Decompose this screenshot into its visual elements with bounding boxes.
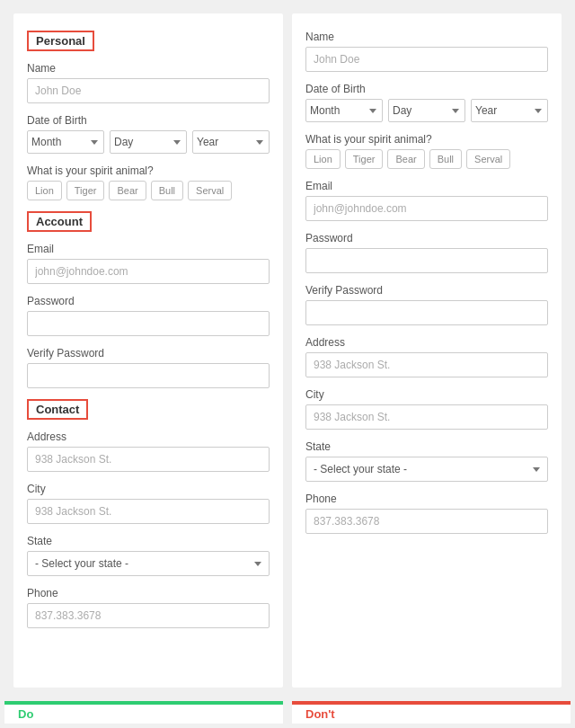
right-city-input[interactable] (305, 404, 548, 430)
right-dob-row: Month Day Year (305, 99, 548, 122)
left-column: Personal Name Date of Birth Month Day (13, 13, 283, 688)
name-input[interactable] (27, 78, 270, 103)
city-input[interactable] (27, 499, 270, 524)
spirit-field-group: What is your spirit animal? Lion Tiger B… (27, 164, 270, 200)
dob-month-select[interactable]: Month (27, 130, 104, 154)
right-dob-day-select[interactable]: Day (388, 99, 465, 122)
verify-password-input[interactable] (27, 363, 270, 388)
right-phone-field-group: Phone (305, 493, 548, 534)
right-spirit-field-group: What is your spirit animal? Lion Tiger B… (305, 133, 548, 169)
right-state-select[interactable]: - Select your state - (305, 457, 548, 482)
address-input[interactable] (27, 447, 270, 472)
phone-field-group: Phone (27, 587, 270, 628)
dob-day-select[interactable]: Day (110, 130, 187, 154)
right-personal-section: Name Date of Birth Month Day Year (305, 31, 548, 169)
spirit-bear[interactable]: Bear (109, 181, 146, 200)
right-verify-password-input[interactable] (305, 300, 548, 325)
right-phone-label: Phone (305, 493, 548, 505)
dob-field-group: Date of Birth Month Day Year (27, 114, 270, 154)
right-verify-password-field-group: Verify Password (305, 284, 548, 325)
phone-label: Phone (27, 587, 270, 599)
state-field-group: State - Select your state - (27, 535, 270, 576)
footer: Do Don't (0, 701, 575, 728)
right-dob-label: Date of Birth (305, 83, 548, 95)
right-phone-input[interactable] (305, 509, 548, 534)
right-name-label: Name (305, 31, 548, 43)
verify-password-field-group: Verify Password (27, 347, 270, 388)
right-address-label: Address (305, 336, 548, 349)
spirit-serval[interactable]: Serval (188, 181, 232, 200)
right-spirit-animals: Lion Tiger Bear Bull Serval (305, 149, 548, 169)
right-state-field-group: State - Select your state - (305, 440, 548, 482)
columns: Personal Name Date of Birth Month Day (0, 0, 575, 701)
right-password-input[interactable] (305, 248, 548, 273)
city-field-group: City (27, 483, 270, 524)
right-email-label: Email (305, 180, 548, 192)
right-dob-year-select[interactable]: Year (471, 99, 548, 122)
right-password-field-group: Password (305, 232, 548, 273)
right-spirit-bear[interactable]: Bear (387, 149, 424, 169)
account-section: Account Email Password Verify Password (27, 211, 270, 388)
page: Personal Name Date of Birth Month Day (0, 0, 575, 728)
right-city-field-group: City (305, 388, 548, 430)
right-name-field-group: Name (305, 31, 548, 72)
do-label: Do (18, 707, 33, 721)
name-field-group: Name (27, 62, 270, 103)
dont-label: Don't (305, 707, 335, 721)
dob-year-select[interactable]: Year (192, 130, 270, 154)
spirit-bull[interactable]: Bull (151, 181, 183, 200)
state-select[interactable]: - Select your state - (27, 551, 270, 576)
right-name-input[interactable] (305, 47, 548, 72)
spirit-tiger[interactable]: Tiger (66, 181, 105, 200)
spirit-animals: Lion Tiger Bear Bull Serval (27, 181, 270, 200)
address-field-group: Address (27, 431, 270, 472)
right-spirit-tiger[interactable]: Tiger (345, 149, 384, 169)
email-field-group: Email (27, 243, 270, 284)
account-title: Account (27, 211, 92, 232)
right-state-label: State (305, 440, 548, 453)
right-address-input[interactable] (305, 352, 548, 377)
right-email-field-group: Email (305, 180, 548, 221)
right-password-label: Password (305, 232, 548, 244)
right-spirit-label: What is your spirit animal? (305, 133, 548, 146)
verify-password-label: Verify Password (27, 347, 270, 360)
spirit-label: What is your spirit animal? (27, 164, 270, 177)
footer-do: Do (4, 701, 283, 724)
email-input[interactable] (27, 259, 270, 284)
right-verify-password-label: Verify Password (305, 284, 548, 297)
right-email-input[interactable] (305, 196, 548, 221)
right-address-field-group: Address (305, 336, 548, 377)
right-dob-field-group: Date of Birth Month Day Year (305, 83, 548, 122)
personal-title: Personal (27, 31, 94, 51)
personal-section: Personal Name Date of Birth Month Day (27, 31, 270, 200)
right-account-section: Email Password Verify Password (305, 180, 548, 325)
right-spirit-bull[interactable]: Bull (429, 149, 462, 169)
password-input[interactable] (27, 311, 270, 336)
right-contact-section: Address City State - Select your state -… (305, 336, 548, 534)
right-dob-month-select[interactable]: Month (305, 99, 383, 122)
name-label: Name (27, 62, 270, 75)
email-label: Email (27, 243, 270, 255)
right-spirit-serval[interactable]: Serval (466, 149, 510, 169)
password-label: Password (27, 295, 270, 307)
contact-title: Contact (27, 399, 88, 420)
right-column: Name Date of Birth Month Day Year (292, 13, 562, 688)
footer-dont: Don't (292, 701, 571, 724)
dob-label: Date of Birth (27, 114, 270, 127)
right-spirit-lion[interactable]: Lion (305, 149, 341, 169)
state-label: State (27, 535, 270, 547)
right-city-label: City (305, 388, 548, 401)
city-label: City (27, 483, 270, 495)
contact-section: Contact Address City State - Select your… (27, 399, 270, 628)
phone-input[interactable] (27, 603, 270, 628)
address-label: Address (27, 431, 270, 443)
spirit-lion[interactable]: Lion (27, 181, 62, 200)
password-field-group: Password (27, 295, 270, 336)
dob-row: Month Day Year (27, 130, 270, 154)
